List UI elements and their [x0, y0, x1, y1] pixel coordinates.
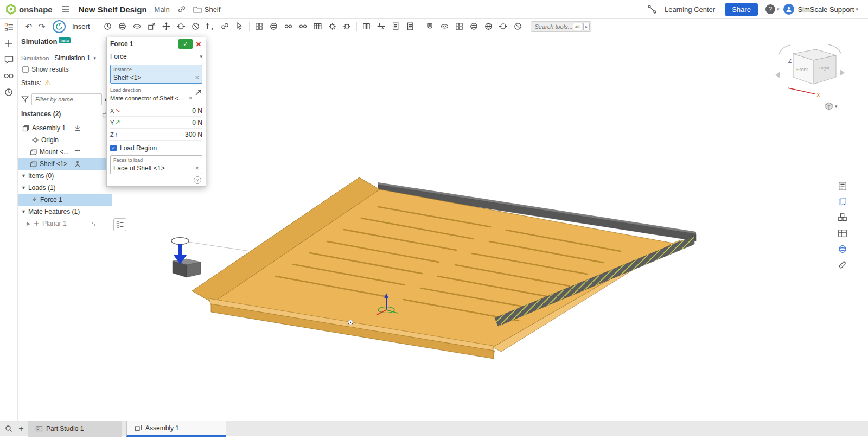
load-type-select[interactable]: Force ▾ — [110, 50, 202, 62]
versions-icon[interactable] — [647, 4, 657, 14]
magnet-icon[interactable] — [423, 20, 437, 33]
move-icon[interactable] — [159, 20, 174, 33]
section-items[interactable]: ▼ Items (0) — [18, 170, 112, 182]
cancel-button[interactable]: × — [195, 40, 202, 49]
force-x-row[interactable]: X↘ 0 N — [110, 105, 202, 117]
tab-assembly[interactable]: Assembly 1 — [126, 421, 226, 437]
measure-icon[interactable] — [496, 20, 510, 33]
chevron-right-icon[interactable]: ▶ — [27, 221, 30, 226]
gear-relation-icon[interactable] — [325, 20, 340, 33]
section-loads[interactable]: ▼ Loads (1) — [18, 182, 112, 194]
tree-item-origin[interactable]: Origin — [18, 134, 112, 146]
force-x-input[interactable]: 0 N — [126, 107, 202, 115]
history-icon[interactable] — [3, 87, 14, 98]
measure-panel-icon[interactable] — [837, 259, 848, 271]
insert-button[interactable]: Insert — [72, 22, 90, 30]
revolute-icon[interactable] — [130, 20, 144, 33]
document-panel-icon[interactable] — [837, 180, 848, 192]
mass-properties-icon[interactable] — [100, 20, 115, 33]
user-name[interactable]: SimScale Support — [797, 5, 854, 14]
ring-icon[interactable] — [437, 20, 452, 33]
sheet-icon[interactable] — [403, 20, 418, 33]
search-tabs-icon[interactable] — [3, 425, 15, 433]
parallel-mate-icon[interactable] — [296, 20, 310, 33]
loop-icon[interactable] — [467, 20, 481, 33]
warning-icon[interactable]: ⚠ — [44, 79, 51, 87]
tree-item-shelf[interactable]: Shelf <1> — [18, 158, 112, 170]
tree-item-mount[interactable]: Mount <... — [18, 146, 112, 158]
follow-mode-icon[interactable] — [3, 71, 14, 81]
axes-icon[interactable] — [203, 20, 218, 33]
checkbox-checked-box[interactable]: ✓ — [110, 145, 117, 151]
force-y-input[interactable]: 0 N — [126, 119, 202, 126]
animate-mate-icon[interactable] — [90, 220, 97, 227]
force-z-input[interactable]: 300 N — [126, 131, 202, 138]
fix-icon[interactable] — [74, 125, 81, 131]
instance-field[interactable]: Instance Shelf <1> × — [110, 65, 202, 84]
force-y-row[interactable]: Y↗ 0 N — [110, 117, 202, 129]
comments-icon[interactable] — [3, 54, 14, 65]
tree-item-planar[interactable]: ▶ Planar 1 — [18, 218, 112, 230]
simulation-select[interactable]: Simulation 1 — [54, 54, 90, 62]
onshape-logo[interactable]: onshape — [5, 4, 53, 15]
section-icon[interactable] — [510, 20, 525, 33]
bom-table-icon[interactable] — [310, 20, 325, 33]
load-region-checkbox[interactable]: ✓ Load Region — [110, 143, 202, 153]
display-states-panel-icon[interactable] — [837, 227, 848, 239]
clear-faces-icon[interactable]: × — [195, 164, 199, 172]
clear-direction-icon[interactable]: × — [188, 94, 193, 102]
add-tab-button[interactable]: + — [15, 424, 28, 434]
suppress-icon[interactable] — [188, 20, 203, 33]
spherical-mate-icon[interactable] — [266, 20, 281, 33]
folder-breadcrumb[interactable]: Shelf — [193, 5, 221, 14]
faces-to-load-field[interactable]: Faces to load Face of Shelf <1> × — [110, 155, 202, 174]
confirm-button[interactable]: ✓ — [178, 39, 193, 49]
slider-mate-icon[interactable] — [374, 20, 388, 33]
faces-icon[interactable] — [452, 20, 467, 33]
material-panel-icon[interactable] — [837, 243, 848, 255]
sphere-icon[interactable] — [115, 20, 130, 33]
section-mate-features[interactable]: ▼ Mate Features (1) — [18, 206, 112, 218]
load-direction-field[interactable]: Load direction Mate connector of Shelf <… — [110, 87, 202, 102]
show-results-checkbox[interactable]: Show results — [22, 66, 69, 73]
undo-button[interactable]: ↶ — [22, 22, 35, 31]
configuration-panel-icon[interactable] — [837, 212, 848, 224]
help-button[interactable]: ? — [765, 4, 775, 14]
share-button[interactable]: Share — [725, 3, 758, 16]
appearance-panel-icon[interactable] — [837, 196, 848, 208]
ball-mate-icon[interactable] — [218, 20, 232, 33]
cylindrical-mate-icon[interactable] — [281, 20, 296, 33]
chevron-down-icon: ▼ — [21, 173, 26, 179]
workspace-name[interactable]: Main — [155, 5, 170, 14]
clear-instance-icon[interactable]: × — [195, 73, 199, 81]
tree-item-assembly[interactable]: Assembly 1 — [18, 122, 112, 134]
rack-relation-icon[interactable] — [340, 20, 354, 33]
force-z-row[interactable]: Z↑ 300 N — [110, 129, 202, 141]
user-avatar[interactable] — [783, 4, 794, 15]
active-tool-button[interactable] — [53, 20, 66, 33]
pattern-icon[interactable] — [252, 20, 266, 33]
tripod-icon[interactable] — [74, 161, 81, 167]
mate-state-icon[interactable] — [74, 149, 81, 155]
feature-list-icon[interactable] — [3, 22, 14, 33]
mate-connector-icon[interactable] — [174, 20, 188, 33]
view-options-button[interactable]: ▾ — [825, 102, 838, 111]
tree-toggle-button[interactable] — [113, 218, 126, 231]
tab-part-studio[interactable]: Part Studio 1 — [28, 421, 122, 437]
mesh-icon[interactable] — [481, 20, 496, 33]
link-icon[interactable] — [177, 5, 186, 14]
add-icon[interactable] — [3, 38, 14, 49]
checkbox-box[interactable] — [22, 66, 29, 73]
dialog-help-icon[interactable]: ? — [194, 176, 201, 184]
learning-center-link[interactable]: Learning Center — [665, 5, 715, 14]
select-icon[interactable] — [232, 20, 247, 33]
drawing-icon[interactable] — [388, 20, 403, 33]
insert-icon[interactable] — [144, 20, 159, 33]
tree-item-force[interactable]: Force 1 — [18, 194, 112, 206]
hamburger-menu-icon[interactable] — [61, 5, 70, 13]
view-cube[interactable]: Front Right Z X — [775, 42, 845, 105]
redo-button[interactable]: ↷ — [35, 22, 48, 31]
belt-icon[interactable] — [359, 20, 374, 33]
direction-pick-icon[interactable] — [195, 88, 202, 96]
filter-input[interactable] — [31, 93, 102, 105]
